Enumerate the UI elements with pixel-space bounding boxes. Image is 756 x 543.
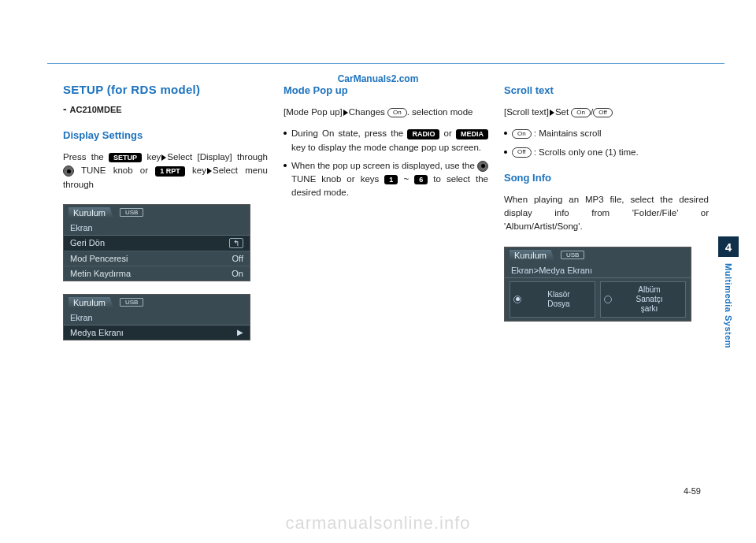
column-1: SETUP (for RDS model) - AC210MDEE Displa… [63, 83, 268, 348]
st-p1b: Set [555, 107, 571, 117]
key-1-icon: 1 [384, 175, 398, 185]
mp-b2a: When the pop up screen is displayed, use… [291, 161, 477, 170]
chapter-number-box: 4 [718, 236, 739, 257]
watermark: carmanualsonline.info [285, 513, 470, 534]
column-3: Scroll text [Scroll text]Set On/Off On :… [504, 83, 709, 348]
scr1-title: Kurulum [69, 207, 113, 218]
triangle-icon [207, 168, 212, 174]
mp-p1b: Changes [349, 107, 387, 117]
display-settings-body: Press the SETUP keySelect [Display] thro… [63, 151, 268, 192]
ds-p1a: Press the [63, 152, 109, 162]
column-2: Mode Pop up [Mode Pop up]Changes On. sel… [284, 83, 488, 348]
chapter-label: Multimedia System [724, 263, 733, 348]
scr2-sub: Ekran [64, 311, 250, 325]
mode-popup-body: [Mode Pop up]Changes On. selection mode [284, 106, 488, 119]
key-6-icon: 6 [414, 175, 428, 185]
triangle-icon [550, 110, 554, 116]
mp-b1a: During On state, press the [291, 128, 407, 138]
scr1-row-0: Geri Dön ↰ [64, 236, 250, 251]
model-code: - AC210MDEE [63, 102, 268, 115]
media-key-icon: MEDIA [456, 129, 488, 139]
si-left-text: Klasör Dosya [526, 290, 591, 309]
chevron-right-icon: ▶ [237, 328, 243, 337]
ds-p1e: key [192, 166, 206, 175]
scr1-row-2-label: Metin Kaydırma [70, 269, 131, 278]
st-p1a: [Scroll text] [504, 107, 549, 117]
radio-key-icon: RADIO [407, 129, 439, 139]
display-settings-header: Display Settings [63, 129, 268, 141]
screenshot-display-1: Kurulum USB Ekran Geri Dön ↰ Mod Pencere… [63, 204, 250, 281]
st-bullet-2: Off : Scrolls only one (1) time. [504, 146, 709, 159]
scr1-sub: Ekran [64, 221, 250, 236]
song-info-body: When playing an MP3 file, select the des… [504, 193, 709, 234]
off-pill: Off [593, 108, 613, 117]
setup-key-icon: SETUP [109, 153, 142, 163]
si-title: Kurulum [510, 250, 554, 261]
scr1-row-0-label: Geri Dön [70, 238, 105, 247]
on-pill: On [387, 108, 407, 117]
scr1-row-1-value: Off [232, 254, 243, 263]
si-sub: Ekran>Medya Ekranı [505, 263, 691, 278]
si-right-text: Albüm Sanatçı şarkı [617, 285, 682, 314]
back-icon: ↰ [229, 238, 243, 248]
ds-p1c: Select [Display] through [167, 152, 268, 162]
screenshot-display-2: Kurulum USB Ekran Medya Ekranı ▶ [63, 294, 250, 340]
top-border [47, 63, 724, 64]
scr2-row-0: Medya Ekranı ▶ [64, 325, 250, 340]
si-panel-right: Albüm Sanatçı şarkı [600, 281, 686, 318]
side-tab: 4 Multimedia System [718, 236, 739, 348]
scr1-row-2-value: On [232, 269, 243, 278]
scroll-text-header: Scroll text [504, 84, 709, 96]
radio-unselected-icon [604, 296, 612, 303]
setup-title: SETUP (for RDS model) [63, 83, 268, 96]
scroll-text-body: [Scroll text]Set On/Off [504, 106, 709, 119]
mode-popup-list: During On state, press the RADIO or MEDI… [284, 127, 488, 204]
mp-b1c: key to display the mode change pop up sc… [291, 143, 481, 152]
scr1-row-2: Metin Kaydırma On [64, 266, 250, 281]
scr2-badge: USB [120, 298, 143, 307]
tune-knob-icon [477, 161, 488, 172]
tune-knob-icon [63, 166, 74, 177]
triangle-icon [161, 154, 166, 161]
scr2-title: Kurulum [69, 297, 113, 308]
model-code-text: AC210MDEE [70, 105, 122, 114]
scr2-row-0-label: Medya Ekranı [70, 328, 124, 337]
song-info-header: Song Info [504, 172, 709, 184]
mp-b2b: TUNE knob or keys [291, 174, 384, 184]
triangle-icon [343, 110, 348, 116]
si-panel-left: Klasör Dosya [510, 281, 595, 318]
on-pill: On [571, 108, 591, 117]
mp-bullet-1: During On state, press the RADIO or MEDI… [284, 127, 488, 154]
mp-bullet-2: When the pop up screen is displayed, use… [284, 159, 488, 200]
mp-p1c: . selection mode [407, 107, 473, 117]
page-number: 4-59 [684, 486, 701, 496]
mp-b1b: or [444, 128, 456, 138]
scr1-row-1-label: Mod Penceresi [70, 254, 128, 263]
scr1-badge: USB [120, 208, 143, 217]
ds-p1b: key [146, 152, 161, 162]
mp-p1a: [Mode Pop up] [284, 107, 343, 117]
scroll-text-list: On : Maintains scroll Off : Scrolls only… [504, 127, 709, 164]
screenshot-song-info: Kurulum USB Ekran>Medya Ekranı Klasör Do… [504, 247, 691, 322]
mode-popup-header: Mode Pop up [284, 84, 488, 96]
rpt-key-icon: 1 RPT [155, 166, 185, 177]
mp-tilde: ~ [403, 174, 409, 184]
scr1-row-1: Mod Penceresi Off [64, 251, 250, 266]
on-pill: On [512, 129, 532, 139]
si-badge: USB [561, 251, 584, 259]
brand-site: CarManuals2.com [338, 73, 419, 84]
st-b1-txt: : Maintains scroll [532, 128, 602, 138]
st-b2-txt: : Scrolls only one (1) time. [532, 147, 639, 157]
ds-p1d: TUNE knob or [81, 166, 155, 175]
st-bullet-1: On : Maintains scroll [504, 127, 709, 140]
radio-selected-icon [513, 296, 521, 303]
off-pill: Off [512, 147, 532, 157]
